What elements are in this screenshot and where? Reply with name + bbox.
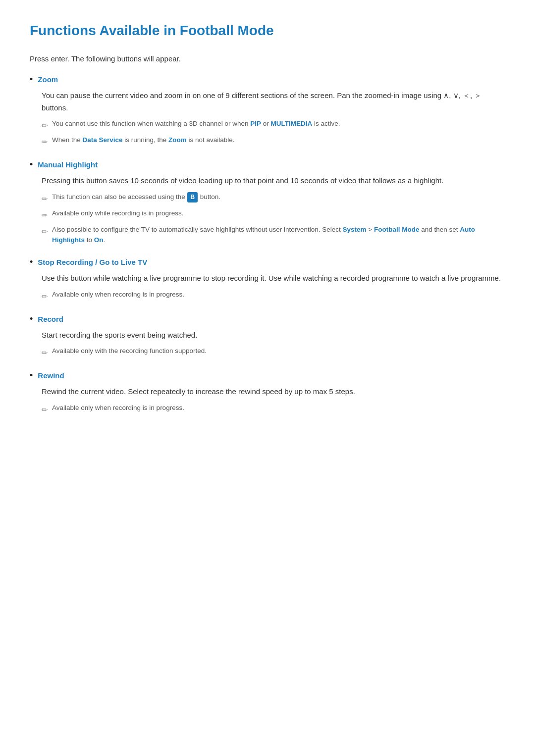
section-body-zoom: You can pause the current video and zoom… [42, 90, 505, 149]
section-manual-highlight: • Manual Highlight Pressing this button … [30, 159, 505, 246]
section-zoom: • Zoom You can pause the current video a… [30, 74, 505, 149]
section-body-record: Start recording the sports event being w… [42, 329, 505, 359]
pencil-icon: ✏ [42, 120, 48, 132]
pencil-icon: ✏ [42, 193, 48, 205]
system-link: System [343, 226, 367, 233]
section-body-stop-recording: Use this button while watching a live pr… [42, 272, 505, 302]
record-description: Start recording the sports event being w… [42, 329, 505, 342]
pencil-icon: ✏ [42, 209, 48, 221]
sections-list: • Zoom You can pause the current video a… [30, 74, 505, 416]
zoom-notes: ✏ You cannot use this function when watc… [42, 119, 505, 148]
record-notes: ✏ Available only with the recording func… [42, 346, 505, 359]
zoom-description: You can pause the current video and zoom… [42, 90, 505, 114]
section-stop-recording: • Stop Recording / Go to Live TV Use thi… [30, 256, 505, 302]
pip-link: PIP [250, 120, 261, 127]
stop-recording-notes: ✏ Available only when recording is in pr… [42, 290, 505, 302]
note-text: Also possible to configure the TV to aut… [52, 225, 505, 246]
note-text: Available only when recording is in prog… [52, 403, 184, 413]
section-body-manual-highlight: Pressing this button saves 10 seconds of… [42, 175, 505, 246]
section-title-record: Record [38, 313, 63, 325]
bullet-dot: • [30, 314, 33, 323]
bullet-dot: • [30, 75, 33, 84]
manual-highlight-description: Pressing this button saves 10 seconds of… [42, 175, 505, 187]
note-item: ✏ When the Data Service is running, the … [42, 135, 505, 148]
note-item: ✏ Available only when recording is in pr… [42, 403, 505, 416]
on-link: On [94, 236, 104, 244]
note-item: ✏ Available only when recording is in pr… [42, 290, 505, 302]
note-text: Available only with the recording functi… [52, 346, 207, 356]
section-title-zoom: Zoom [38, 74, 58, 86]
rewind-description: Rewind the current video. Select repeate… [42, 386, 505, 398]
section-title-stop-recording: Stop Recording / Go to Live TV [38, 256, 147, 268]
note-text: When the Data Service is running, the Zo… [52, 135, 234, 146]
b-button: B [187, 192, 198, 202]
note-item: ✏ Available only while recording is in p… [42, 208, 505, 221]
note-item: ✏ This function can also be accessed usi… [42, 192, 505, 205]
section-title-manual-highlight: Manual Highlight [38, 159, 98, 171]
section-record: • Record Start recording the sports even… [30, 313, 505, 359]
section-body-rewind: Rewind the current video. Select repeate… [42, 386, 505, 416]
pencil-icon: ✏ [42, 226, 48, 238]
note-item: ✏ You cannot use this function when watc… [42, 119, 505, 132]
data-service-link: Data Service [83, 136, 123, 144]
zoom-link: Zoom [168, 136, 187, 144]
section-title-rewind: Rewind [38, 370, 64, 382]
bullet-dot: • [30, 257, 33, 266]
rewind-notes: ✏ Available only when recording is in pr… [42, 403, 505, 416]
note-text: Available only while recording is in pro… [52, 208, 183, 219]
pencil-icon: ✏ [42, 404, 48, 416]
note-item: ✏ Available only with the recording func… [42, 346, 505, 359]
note-item: ✏ Also possible to configure the TV to a… [42, 225, 505, 246]
note-text: This function can also be accessed using… [52, 192, 220, 202]
section-rewind: • Rewind Rewind the current video. Selec… [30, 370, 505, 416]
note-text: Available only when recording is in prog… [52, 290, 184, 300]
football-mode-link: Football Mode [374, 226, 420, 233]
stop-recording-description: Use this button while watching a live pr… [42, 272, 505, 285]
note-text: You cannot use this function when watchi… [52, 119, 340, 129]
page-intro: Press enter. The following buttons will … [30, 53, 505, 65]
bullet-dot: • [30, 371, 33, 380]
pencil-icon: ✏ [42, 347, 48, 359]
page-title: Functions Available in Football Mode [30, 20, 505, 44]
bullet-dot: • [30, 160, 33, 169]
manual-highlight-notes: ✏ This function can also be accessed usi… [42, 192, 505, 246]
pencil-icon: ✏ [42, 291, 48, 302]
multimedia-link: MULTIMEDIA [271, 120, 313, 127]
pencil-icon: ✏ [42, 136, 48, 148]
